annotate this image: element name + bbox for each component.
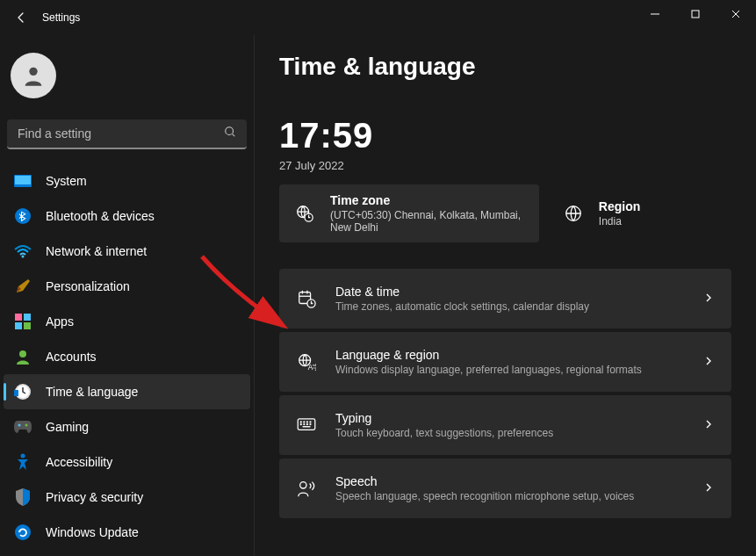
svg-point-20 bbox=[15, 524, 31, 540]
setting-item-date-time[interactable]: Date & timeTime zones, automatic clock s… bbox=[279, 269, 731, 329]
sidebar-item-label: Bluetooth & devices bbox=[46, 209, 155, 223]
profile-section[interactable] bbox=[4, 35, 250, 119]
page-title: Time & language bbox=[279, 53, 731, 81]
region-card[interactable]: Region India bbox=[548, 184, 731, 242]
wifi-icon bbox=[14, 242, 32, 260]
sidebar-item-wifi[interactable]: Network & internet bbox=[4, 234, 250, 269]
svg-text:A字: A字 bbox=[308, 364, 316, 372]
svg-point-33 bbox=[304, 422, 305, 422]
setting-desc: Touch keyboard, text suggestions, prefer… bbox=[335, 427, 553, 439]
sidebar-item-label: Apps bbox=[46, 314, 74, 329]
svg-point-8 bbox=[22, 256, 25, 258]
search-box[interactable] bbox=[7, 119, 247, 149]
svg-point-38 bbox=[306, 424, 307, 425]
globe-icon bbox=[564, 204, 583, 223]
sidebar-item-clock[interactable]: Time & language bbox=[4, 374, 250, 409]
svg-point-3 bbox=[226, 127, 234, 135]
date-display: 27 July 2022 bbox=[279, 159, 731, 172]
svg-rect-12 bbox=[24, 322, 31, 329]
setting-item-speech[interactable]: SpeechSpeech language, speech recognitio… bbox=[279, 459, 731, 518]
search-icon bbox=[224, 126, 236, 141]
svg-rect-1 bbox=[692, 11, 699, 18]
setting-title: Speech bbox=[335, 474, 634, 488]
svg-point-35 bbox=[310, 422, 311, 422]
brush-icon bbox=[14, 278, 32, 295]
svg-point-39 bbox=[310, 424, 311, 425]
main-content: Time & language 17:59 27 July 2022 Time … bbox=[255, 35, 756, 556]
chevron-right-icon bbox=[703, 291, 714, 307]
svg-point-41 bbox=[300, 482, 306, 488]
chevron-right-icon bbox=[703, 354, 714, 370]
sidebar-item-label: Windows Update bbox=[46, 525, 139, 539]
svg-point-34 bbox=[306, 422, 307, 422]
clock-display: 17:59 bbox=[279, 116, 731, 155]
sidebar: SystemBluetooth & devicesNetwork & inter… bbox=[0, 35, 255, 556]
sidebar-item-label: Gaming bbox=[46, 420, 89, 434]
sidebar-item-person[interactable]: Accounts bbox=[4, 339, 250, 374]
svg-rect-16 bbox=[14, 390, 18, 396]
close-button[interactable] bbox=[716, 0, 756, 28]
globe-text-icon: A字 bbox=[297, 352, 316, 372]
svg-rect-10 bbox=[24, 314, 31, 321]
update-icon bbox=[14, 524, 32, 541]
search-input[interactable] bbox=[18, 126, 224, 141]
svg-point-36 bbox=[300, 424, 301, 425]
svg-point-18 bbox=[18, 424, 21, 427]
svg-rect-11 bbox=[15, 322, 22, 329]
accessibility-icon bbox=[14, 453, 32, 471]
sidebar-item-label: Time & language bbox=[46, 385, 138, 399]
minimize-button[interactable] bbox=[635, 0, 675, 28]
sidebar-item-system[interactable]: System bbox=[4, 163, 250, 199]
region-value: India bbox=[599, 215, 640, 227]
setting-title: Language & region bbox=[335, 348, 642, 362]
sidebar-item-label: Accessibility bbox=[46, 455, 112, 469]
system-icon bbox=[14, 172, 32, 190]
sidebar-item-gaming[interactable]: Gaming bbox=[4, 409, 250, 444]
svg-rect-6 bbox=[15, 176, 31, 184]
sidebar-item-update[interactable]: Windows Update bbox=[4, 515, 250, 550]
window-title: Settings bbox=[42, 11, 80, 24]
setting-desc: Windows display language, preferred lang… bbox=[335, 364, 642, 376]
svg-point-7 bbox=[15, 208, 31, 224]
setting-title: Typing bbox=[335, 411, 553, 425]
sidebar-item-label: Personalization bbox=[46, 279, 130, 293]
setting-item-typing[interactable]: TypingTouch keyboard, text suggestions, … bbox=[279, 395, 731, 455]
timezone-label: Time zone bbox=[330, 193, 523, 207]
svg-point-19 bbox=[21, 454, 25, 459]
chevron-right-icon bbox=[703, 480, 714, 496]
svg-point-17 bbox=[25, 424, 28, 427]
svg-rect-9 bbox=[15, 314, 22, 321]
svg-point-13 bbox=[19, 350, 26, 357]
setting-item-language-region[interactable]: A字Language & regionWindows display langu… bbox=[279, 332, 731, 392]
sidebar-item-bluetooth[interactable]: Bluetooth & devices bbox=[4, 199, 250, 234]
keyboard-icon bbox=[297, 415, 316, 435]
chevron-right-icon bbox=[703, 417, 714, 433]
globe-clock-icon bbox=[295, 204, 314, 223]
sidebar-item-shield[interactable]: Privacy & security bbox=[4, 480, 250, 515]
svg-point-37 bbox=[304, 424, 305, 425]
svg-point-32 bbox=[300, 422, 301, 422]
timezone-value: (UTC+05:30) Chennai, Kolkata, Mumbai, Ne… bbox=[330, 209, 523, 234]
maximize-button[interactable] bbox=[675, 0, 716, 28]
sidebar-item-label: Network & internet bbox=[46, 244, 147, 258]
timezone-card[interactable]: Time zone (UTC+05:30) Chennai, Kolkata, … bbox=[279, 184, 539, 242]
sidebar-item-label: Privacy & security bbox=[46, 490, 143, 504]
setting-desc: Speech language, speech recognition micr… bbox=[335, 490, 634, 502]
sidebar-item-brush[interactable]: Personalization bbox=[4, 269, 250, 304]
sidebar-item-apps[interactable]: Apps bbox=[4, 304, 250, 339]
sidebar-item-accessibility[interactable]: Accessibility bbox=[4, 444, 250, 480]
apps-icon bbox=[14, 313, 32, 330]
avatar bbox=[11, 53, 56, 98]
person-icon bbox=[14, 348, 32, 365]
calendar-clock-icon bbox=[297, 289, 316, 308]
bluetooth-icon bbox=[14, 207, 32, 225]
svg-point-2 bbox=[29, 68, 37, 76]
clock-icon bbox=[14, 383, 32, 401]
setting-desc: Time zones, automatic clock settings, ca… bbox=[335, 300, 589, 313]
back-button[interactable] bbox=[7, 4, 35, 32]
region-label: Region bbox=[599, 199, 640, 213]
shield-icon bbox=[14, 488, 32, 506]
gaming-icon bbox=[14, 418, 32, 436]
setting-title: Date & time bbox=[335, 285, 589, 299]
sidebar-item-label: Accounts bbox=[46, 350, 97, 364]
